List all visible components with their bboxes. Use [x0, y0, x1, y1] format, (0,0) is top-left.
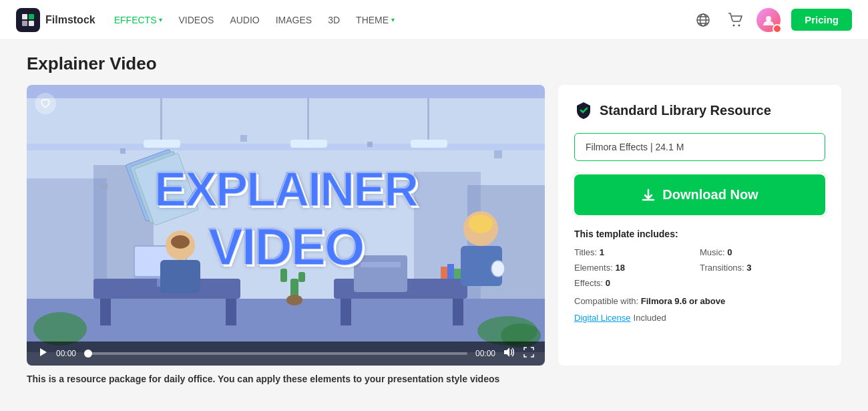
svg-rect-52 [411, 140, 447, 148]
avatar[interactable] [756, 8, 781, 32]
svg-marker-65 [504, 348, 509, 357]
svg-rect-2 [22, 21, 27, 26]
time-current: 00:00 [56, 349, 76, 358]
svg-point-10 [738, 24, 740, 26]
svg-point-38 [491, 261, 505, 277]
svg-rect-46 [27, 144, 545, 150]
progress-bar[interactable] [84, 352, 467, 355]
fullscreen-button[interactable] [523, 347, 534, 360]
right-panel: Standard Library Resource Filmora Effect… [558, 85, 841, 366]
logo-text: Filmstock [45, 14, 95, 26]
svg-rect-54 [240, 135, 247, 142]
logo-icon [16, 8, 40, 32]
svg-rect-31 [341, 299, 351, 325]
time-end: 00:00 [475, 349, 495, 358]
svg-rect-56 [494, 150, 502, 158]
nav-links: EFFECTS ▾ VIDEOS AUDIO IMAGES 3D THEME ▾ [114, 15, 674, 25]
svg-rect-17 [100, 172, 108, 177]
notification-badge [773, 24, 782, 33]
nav-videos[interactable]: VIDEOS [178, 15, 214, 25]
svg-rect-41 [298, 272, 305, 282]
play-button[interactable] [37, 347, 48, 360]
svg-rect-0 [22, 14, 27, 19]
file-info-box: Filmora Effects | 24.1 M [574, 133, 825, 161]
nav-right: Pricing [692, 8, 852, 32]
video-controls: 00:00 00:00 [27, 341, 545, 366]
page-title: Explainer Video [27, 53, 841, 74]
effects-item: Effects: 0 [574, 278, 700, 288]
svg-rect-51 [427, 98, 429, 142]
nav-audio[interactable]: AUDIO [230, 15, 259, 25]
svg-rect-45 [454, 269, 461, 279]
logo[interactable]: Filmstock [16, 8, 95, 32]
nav-3d[interactable]: 3D [328, 15, 340, 25]
globe-icon[interactable] [692, 9, 714, 31]
cart-icon[interactable] [724, 9, 746, 31]
includes-grid: Titles: 1 Music: 0 Elements: 18 Transiti… [574, 247, 825, 288]
titles-item: Titles: 1 [574, 247, 700, 257]
description-text: This is a resource package for daily off… [27, 374, 841, 384]
favorite-button[interactable] [35, 93, 56, 114]
svg-rect-19 [100, 184, 108, 189]
svg-rect-47 [160, 98, 162, 142]
nav-effects[interactable]: EFFECTS ▾ [114, 15, 163, 25]
svg-point-61 [33, 312, 87, 346]
svg-rect-40 [280, 269, 287, 282]
includes-title: This template includes: [574, 229, 825, 239]
svg-point-28 [171, 235, 190, 249]
svg-rect-18 [114, 172, 122, 177]
svg-rect-43 [441, 267, 447, 279]
svg-point-9 [733, 24, 735, 26]
resource-header: Standard Library Resource [574, 101, 825, 120]
svg-point-42 [286, 295, 302, 305]
svg-rect-48 [144, 140, 180, 148]
content-area: EXPLAINER VIDEO 00:00 [27, 85, 841, 366]
resource-title: Standard Library Resource [600, 103, 771, 118]
music-item: Music: 0 [700, 247, 825, 257]
svg-rect-44 [447, 264, 454, 279]
svg-rect-23 [226, 299, 236, 325]
svg-marker-64 [40, 348, 47, 356]
pricing-button[interactable]: Pricing [791, 9, 852, 31]
main-content: Explainer Video [0, 40, 868, 398]
digital-license-link[interactable]: Digital License [574, 313, 631, 323]
svg-rect-49 [307, 98, 309, 142]
svg-rect-55 [367, 142, 373, 147]
svg-rect-33 [354, 255, 407, 292]
download-button[interactable]: Download Now [574, 174, 825, 215]
svg-rect-22 [100, 299, 111, 325]
svg-rect-53 [120, 148, 126, 154]
nav-images[interactable]: IMAGES [276, 15, 312, 25]
compatible-row: Compatible with: Filmora 9.6 or above [574, 296, 825, 306]
svg-rect-29 [160, 260, 200, 293]
svg-point-11 [766, 16, 771, 21]
svg-rect-3 [29, 21, 34, 26]
chevron-down-icon: ▾ [159, 16, 162, 23]
svg-rect-32 [453, 299, 463, 325]
chevron-down-icon-2: ▾ [391, 16, 395, 23]
file-info-text: Filmora Effects | 24.1 M [586, 142, 684, 152]
elements-item: Elements: 18 [574, 263, 700, 273]
download-label: Download Now [662, 187, 758, 202]
navbar: Filmstock EFFECTS ▾ VIDEOS AUDIO IMAGES … [0, 0, 868, 40]
transitions-item: Transitions: 3 [700, 263, 825, 273]
license-row: Digital License Included [574, 313, 825, 323]
svg-rect-34 [361, 262, 401, 267]
progress-dot [84, 350, 92, 358]
svg-rect-50 [290, 140, 327, 148]
svg-rect-1 [29, 14, 34, 19]
svg-point-36 [469, 215, 493, 233]
volume-button[interactable] [503, 347, 515, 360]
video-player: EXPLAINER VIDEO 00:00 [27, 85, 545, 366]
shield-icon [574, 101, 593, 120]
nav-theme[interactable]: THEME ▾ [356, 15, 395, 25]
